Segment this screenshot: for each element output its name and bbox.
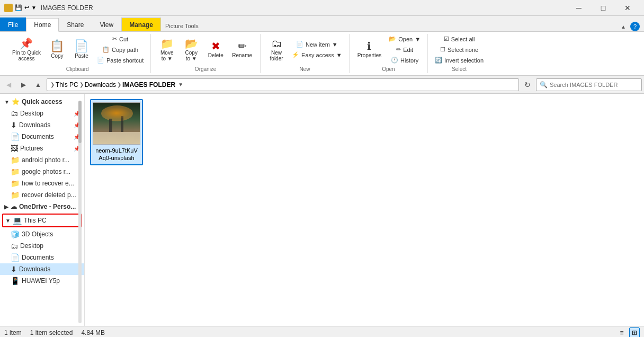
tab-picture-tools[interactable]: Picture Tools bbox=[161, 21, 203, 31]
sidebar-3d-objects[interactable]: 🧊 3D Objects bbox=[0, 228, 84, 240]
copy-path-button[interactable]: 📋 Copy path bbox=[94, 45, 146, 55]
refresh-button[interactable]: ↻ bbox=[521, 78, 534, 91]
clipboard-col: ✂ Cut 📋 Copy path 📄 Paste shortcut bbox=[94, 34, 146, 65]
sidebar-item-desktop[interactable]: 🗂 Desktop 📌 bbox=[0, 108, 84, 119]
sidebar-documents-thispc[interactable]: 📄 Documents bbox=[0, 252, 84, 263]
search-icon: 🔍 bbox=[540, 81, 548, 88]
minimize-button[interactable]: ─ bbox=[567, 0, 591, 16]
paste-button[interactable]: 📄 Paste bbox=[70, 38, 93, 61]
address-path[interactable]: ❯ This PC ❯ Downloads ❯ IMAGES FOLDER ▼ bbox=[47, 78, 519, 91]
clipboard-label: Clipboard bbox=[66, 65, 89, 73]
sidebar-folder-deleted[interactable]: 📁 recover deleted p... bbox=[0, 189, 84, 201]
sidebar-desktop-thispc[interactable]: 🗂 Desktop bbox=[0, 240, 84, 252]
sidebar-this-pc[interactable]: ▼ 💻 This PC bbox=[2, 214, 82, 227]
easy-access-button[interactable]: ⚡ Easy access ▼ bbox=[289, 50, 345, 60]
sidebar-deleted-label: recover deleted p... bbox=[22, 191, 76, 199]
open-button[interactable]: 📂 Open ▼ bbox=[386, 34, 423, 44]
view-large-icons-button[interactable]: ⊞ bbox=[629, 327, 640, 338]
new-folder-button[interactable]: 🗂 Newfolder bbox=[265, 36, 288, 64]
help-button[interactable]: ? bbox=[630, 22, 640, 31]
qat-dropdown[interactable]: ▼ bbox=[31, 5, 37, 11]
sidebar-quick-access[interactable]: ▼ ⭐ Quick access bbox=[0, 96, 84, 108]
sidebar-huawei[interactable]: 📱 HUAWEI Y5p bbox=[0, 275, 84, 287]
huawei-icon: 📱 bbox=[11, 277, 20, 285]
new-label: New bbox=[299, 65, 310, 73]
window-controls: ─ □ ✕ bbox=[567, 0, 640, 16]
search-box[interactable]: 🔍 bbox=[536, 78, 642, 91]
search-input[interactable] bbox=[550, 82, 638, 88]
history-button[interactable]: 🕐 History bbox=[386, 55, 423, 65]
select-col: ☑ Select all ☐ Select none 🔄 Invert sele… bbox=[432, 34, 486, 65]
svg-point-1 bbox=[101, 105, 133, 121]
back-button[interactable]: ◀ bbox=[2, 78, 15, 91]
sidebar-huawei-label: HUAWEI Y5p bbox=[22, 277, 60, 285]
sidebar-onedrive[interactable]: ▶ ☁ OneDrive - Perso... bbox=[0, 201, 84, 212]
select-none-button[interactable]: ☐ Select none bbox=[432, 45, 486, 55]
pin-quick-access-button[interactable]: 📌 Pin to Quickaccess bbox=[8, 36, 44, 64]
sidebar-downloads2-label: Downloads bbox=[19, 265, 50, 273]
scrollbar-thumb[interactable] bbox=[78, 101, 82, 143]
select-none-icon: ☐ bbox=[440, 46, 445, 53]
open-buttons: ℹ Properties 📂 Open ▼ ✏ Edit 🕐 History bbox=[354, 34, 423, 65]
tab-share[interactable]: Share bbox=[59, 17, 92, 31]
rename-button[interactable]: ✏ Rename bbox=[228, 38, 256, 61]
maximize-button[interactable]: □ bbox=[591, 0, 615, 16]
quick-access-arrow: ▼ bbox=[4, 99, 10, 105]
copy-path-icon: 📋 bbox=[102, 46, 110, 53]
new-item-button[interactable]: 📄 New item ▼ bbox=[289, 39, 345, 49]
cut-label: Cut bbox=[119, 36, 128, 42]
path-downloads[interactable]: Downloads bbox=[85, 81, 116, 88]
sidebar-folder-android[interactable]: 📁 android photo r... bbox=[0, 154, 84, 166]
edit-label: Edit bbox=[403, 47, 413, 53]
edit-button[interactable]: ✏ Edit bbox=[386, 45, 423, 55]
open-label: Open bbox=[382, 65, 395, 73]
sidebar-item-downloads[interactable]: ⬇ Downloads 📌 bbox=[0, 119, 84, 131]
ribbon-collapse[interactable]: ▲ bbox=[621, 24, 626, 30]
status-selected: 1 item selected bbox=[30, 329, 73, 336]
forward-button[interactable]: ▶ bbox=[17, 78, 30, 91]
properties-button[interactable]: ℹ Properties bbox=[354, 38, 386, 61]
easy-access-icon: ⚡ bbox=[292, 51, 299, 58]
sidebar-android-label: android photo r... bbox=[22, 156, 69, 164]
properties-label: Properties bbox=[357, 52, 382, 58]
paste-shortcut-label: Paste shortcut bbox=[106, 57, 144, 64]
qat-save[interactable]: 💾 bbox=[15, 4, 22, 11]
sidebar-folder-recover[interactable]: 📁 how to recover e... bbox=[0, 178, 84, 189]
copy-button[interactable]: 📋 Copy bbox=[46, 38, 69, 61]
up-button[interactable]: ▲ bbox=[32, 78, 44, 91]
select-all-button[interactable]: ☑ Select all bbox=[432, 34, 486, 44]
status-size: 4.84 MB bbox=[81, 329, 105, 336]
view-details-button[interactable]: ≡ bbox=[616, 327, 627, 338]
desktop-thispc-icon: 🗂 bbox=[11, 242, 18, 250]
rename-icon: ✏ bbox=[238, 41, 247, 51]
file-item-0[interactable]: neom-9uL7tKuVAq0-unsplash bbox=[90, 99, 143, 165]
tab-home[interactable]: Home bbox=[26, 18, 59, 32]
new-folder-label: Newfolder bbox=[270, 50, 283, 61]
cut-button[interactable]: ✂ Cut bbox=[94, 34, 146, 44]
sidebar-item-pictures[interactable]: 🖼 Pictures 📌 bbox=[0, 143, 84, 154]
close-button[interactable]: ✕ bbox=[615, 0, 640, 16]
sidebar-item-documents[interactable]: 📄 Documents 📌 bbox=[0, 131, 84, 143]
this-pc-icon: 💻 bbox=[13, 216, 22, 225]
qat-undo[interactable]: ↩ bbox=[24, 4, 29, 11]
move-to-button[interactable]: 📁 Moveto ▼ bbox=[155, 36, 178, 64]
invert-selection-button[interactable]: 🔄 Invert selection bbox=[432, 55, 486, 65]
onedrive-icon: ☁ bbox=[11, 203, 17, 210]
sidebar-folder-google[interactable]: 📁 google photos r... bbox=[0, 166, 84, 178]
tab-manage[interactable]: Manage bbox=[121, 17, 161, 31]
tab-view[interactable]: View bbox=[92, 17, 121, 31]
tab-file[interactable]: File bbox=[0, 17, 26, 31]
title-bar: 💾 ↩ ▼ IMAGES FOLDER ─ □ ✕ bbox=[0, 0, 644, 16]
folder-icon bbox=[4, 4, 13, 12]
sidebar: ▼ ⭐ Quick access 🗂 Desktop 📌 ⬇ Downloads… bbox=[0, 94, 85, 326]
folder-recover-icon: 📁 bbox=[11, 179, 20, 188]
path-images-folder[interactable]: IMAGES FOLDER bbox=[122, 81, 175, 88]
sidebar-downloads-thispc[interactable]: ⬇ Downloads bbox=[0, 263, 84, 275]
delete-button[interactable]: ✖ Delete bbox=[204, 38, 227, 61]
address-dropdown[interactable]: ▼ bbox=[175, 82, 186, 87]
copy-to-button[interactable]: 📂 Copyto ▼ bbox=[180, 36, 203, 64]
sidebar-documents2-label: Documents bbox=[22, 254, 54, 261]
paste-shortcut-button[interactable]: 📄 Paste shortcut bbox=[94, 55, 146, 65]
path-this-pc[interactable]: This PC bbox=[56, 81, 78, 88]
folder-google-icon: 📁 bbox=[11, 167, 20, 176]
